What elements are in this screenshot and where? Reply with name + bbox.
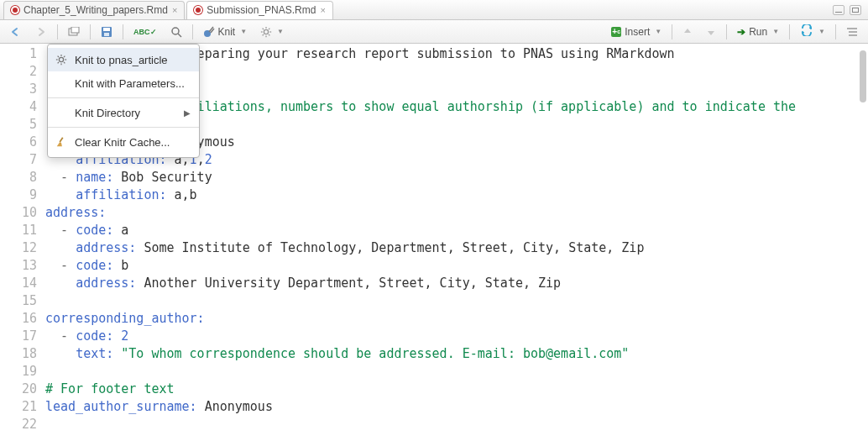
line-number-gutter: 12345678910111213141516171819202122	[0, 44, 45, 441]
separator	[835, 24, 836, 39]
menu-item[interactable]: Clear Knitr Cache...	[48, 130, 199, 154]
code-line[interactable]: - name: Bob Security	[45, 169, 868, 186]
tab-submission-pnas[interactable]: Submission_PNAS.Rmd ×	[186, 1, 333, 19]
scrollbar-thumb[interactable]	[860, 50, 866, 102]
line-number: 16	[0, 310, 45, 328]
spellcheck-button[interactable]: ABC✓	[128, 24, 162, 40]
tab-label: Chapter_5_Writing_papers.Rmd	[24, 4, 168, 16]
line-number: 9	[0, 186, 45, 204]
line-number: 13	[0, 257, 45, 275]
popout-icon	[68, 27, 80, 37]
code-line[interactable]: text: "To whom correspondence should be …	[45, 345, 868, 363]
code-line[interactable]	[45, 292, 868, 310]
code-line[interactable]	[45, 416, 868, 433]
separator	[57, 24, 58, 39]
code-line[interactable]: # For footer text	[45, 381, 868, 398]
menu-item-label: Knit to pnas_article	[75, 54, 168, 66]
separator	[90, 24, 91, 39]
code-line[interactable]: - code: a	[45, 222, 868, 239]
minimize-pane-icon[interactable]	[833, 5, 844, 15]
chevron-down-icon: ▼	[655, 28, 661, 35]
arrow-up-icon	[682, 27, 693, 37]
publish-button[interactable]: ▼	[795, 24, 830, 40]
code-line[interactable]: address: Some Institute of Technology, D…	[45, 239, 868, 257]
arrow-right-icon	[35, 27, 47, 37]
go-prev-chunk-button[interactable]	[677, 24, 698, 40]
menu-separator	[48, 127, 199, 128]
blank-icon	[55, 106, 68, 119]
find-replace-button[interactable]	[165, 24, 187, 40]
line-number: 15	[0, 292, 45, 310]
svg-line-18	[269, 28, 269, 29]
code-line[interactable]: lead_author_surname: Anonymous	[45, 398, 868, 416]
publish-icon	[800, 24, 813, 39]
code-line[interactable]: - code: 2	[45, 328, 868, 345]
chevron-down-icon: ▼	[240, 28, 247, 35]
back-button[interactable]	[5, 24, 27, 40]
code-line[interactable]: - code: b	[45, 257, 868, 275]
go-next-chunk-button[interactable]	[701, 24, 721, 40]
line-number: 6	[0, 134, 45, 151]
svg-line-31	[60, 138, 63, 142]
tab-chapter5[interactable]: Chapter_5_Writing_papers.Rmd ×	[3, 1, 185, 19]
code-line[interactable]: address: Another University Department, …	[45, 275, 868, 292]
svg-point-22	[59, 57, 63, 61]
svg-line-15	[263, 28, 264, 29]
menu-item-label: Knit Directory	[75, 107, 140, 119]
svg-rect-1	[71, 27, 79, 33]
separator	[672, 24, 672, 39]
line-number: 20	[0, 381, 45, 398]
knit-button[interactable]: Knit ▼	[198, 24, 253, 40]
tab-bar: Chapter_5_Writing_papers.Rmd × Submissio…	[0, 0, 868, 20]
menu-item-label: Clear Knitr Cache...	[75, 136, 170, 149]
forward-button[interactable]	[30, 24, 52, 40]
tab-label: Submission_PNAS.Rmd	[207, 4, 316, 16]
menu-item[interactable]: Knit Directory▶	[48, 101, 199, 124]
chevron-down-icon: ▼	[772, 28, 779, 35]
close-icon[interactable]: ×	[320, 5, 325, 15]
arrow-down-icon	[706, 27, 716, 37]
knit-icon	[203, 26, 215, 38]
vertical-scrollbar[interactable]	[860, 45, 866, 398]
code-line[interactable]: address:	[45, 204, 868, 222]
menu-item[interactable]: Knit to pnas_article	[48, 48, 199, 71]
line-number: 3	[0, 81, 45, 98]
save-button[interactable]	[96, 24, 118, 40]
svg-line-27	[58, 56, 59, 57]
save-icon	[101, 26, 112, 38]
line-number: 11	[0, 222, 45, 239]
separator	[192, 24, 193, 39]
svg-line-29	[58, 62, 59, 63]
code-line[interactable]: corresponding_author:	[45, 310, 868, 328]
chevron-down-icon: ▼	[818, 28, 825, 35]
pane-controls	[833, 5, 868, 15]
close-icon[interactable]: ×	[172, 5, 177, 15]
maximize-pane-icon[interactable]	[850, 5, 861, 15]
menu-separator	[48, 97, 199, 98]
rmd-file-icon	[11, 6, 19, 14]
insert-chunk-button[interactable]: +c Insert ▼	[606, 24, 667, 40]
code-line[interactable]	[45, 363, 868, 381]
editor-toolbar: ABC✓ Knit ▼ ▼ +c Insert ▼	[0, 20, 868, 44]
run-icon: ➔	[737, 26, 745, 38]
svg-line-17	[263, 34, 264, 35]
svg-line-30	[64, 56, 65, 57]
line-number: 21	[0, 398, 45, 416]
code-line[interactable]: affiliation: a,b	[45, 186, 868, 204]
line-number: 2	[0, 63, 45, 81]
separator	[123, 24, 123, 39]
svg-line-6	[178, 34, 181, 37]
svg-rect-4	[104, 33, 109, 36]
line-number: 7	[0, 151, 45, 169]
show-in-new-window-button[interactable]	[63, 24, 85, 40]
search-icon	[170, 26, 182, 38]
outline-button[interactable]	[841, 24, 863, 40]
line-number: 10	[0, 204, 45, 222]
run-button[interactable]: ➔ Run ▼	[732, 24, 784, 40]
line-number: 14	[0, 275, 45, 292]
menu-item[interactable]: Knit with Parameters...	[48, 71, 199, 95]
run-label: Run	[749, 26, 767, 38]
separator	[789, 24, 790, 39]
gear-icon	[55, 53, 68, 66]
knit-options-button[interactable]: ▼	[255, 24, 289, 40]
